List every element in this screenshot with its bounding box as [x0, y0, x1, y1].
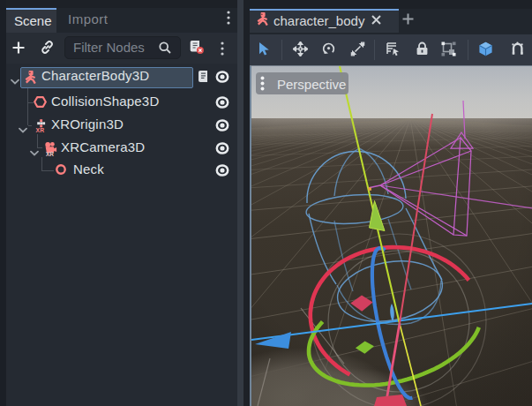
svg-text:XR: XR [36, 127, 45, 132]
svg-text:Perspective: Perspective [277, 77, 346, 92]
svg-text:XR: XR [46, 151, 54, 156]
